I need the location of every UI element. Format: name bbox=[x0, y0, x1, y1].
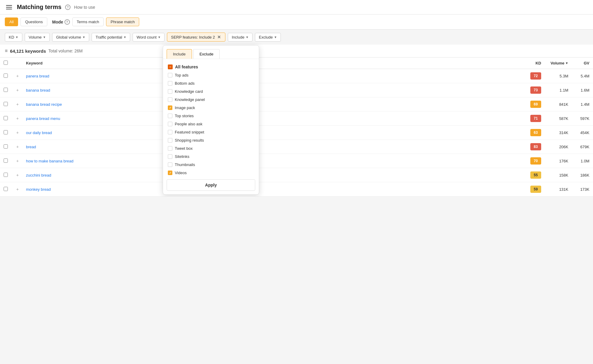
feature-checkbox[interactable] bbox=[168, 138, 172, 143]
row-checkbox[interactable] bbox=[4, 88, 8, 92]
feature-item[interactable]: Top ads bbox=[167, 71, 255, 79]
keyword-link[interactable]: our daily bread bbox=[26, 130, 52, 135]
gv-cell: 5.4M bbox=[572, 69, 593, 83]
mode-help-icon[interactable]: ? bbox=[64, 19, 70, 25]
volume-cell: 158K bbox=[545, 168, 572, 182]
kd-badge: 72 bbox=[530, 72, 541, 80]
kd-badge: 71 bbox=[530, 115, 541, 122]
questions-filter-button[interactable]: Questions bbox=[20, 17, 47, 26]
feature-checkbox[interactable] bbox=[168, 154, 172, 159]
kd-badge: 59 bbox=[530, 186, 541, 193]
sort-icon[interactable]: ≡ bbox=[5, 48, 8, 54]
add-keyword-icon[interactable]: + bbox=[16, 173, 19, 177]
include-filter-button[interactable]: Include ▼ bbox=[228, 33, 253, 42]
kd-filter-button[interactable]: KD ▼ bbox=[5, 33, 22, 42]
table-row: +how to make banana bread70176K1.0M bbox=[0, 154, 593, 168]
keyword-link[interactable]: zucchini bread bbox=[26, 173, 51, 177]
row-checkbox[interactable] bbox=[4, 187, 8, 191]
row-checkbox[interactable] bbox=[4, 144, 8, 149]
feature-item[interactable]: Bottom ads bbox=[167, 79, 255, 87]
all-features-row: − All features bbox=[167, 63, 255, 71]
volume-filter-button[interactable]: Volume ▼ bbox=[25, 33, 50, 42]
all-filter-button[interactable]: All bbox=[5, 17, 18, 26]
serp-dropdown: Include Exclude − All features Top adsBo… bbox=[163, 45, 259, 195]
serp-features-button[interactable]: SERP features: Include 2 ✕ bbox=[167, 33, 225, 42]
gv-cell: 1.4M bbox=[572, 97, 593, 111]
feature-checkbox[interactable] bbox=[168, 171, 172, 175]
keyword-link[interactable]: bread bbox=[26, 145, 36, 149]
th-keyword: Keyword bbox=[22, 58, 527, 69]
phrase-match-button[interactable]: Phrase match bbox=[106, 17, 139, 26]
kd-badge: 70 bbox=[530, 157, 541, 165]
add-keyword-icon[interactable]: + bbox=[16, 144, 19, 149]
feature-item[interactable]: Sitelinks bbox=[167, 152, 255, 161]
keyword-link[interactable]: banana bread recipe bbox=[26, 102, 62, 107]
word-count-filter-button[interactable]: Word count ▼ bbox=[133, 33, 165, 42]
feature-checkbox[interactable] bbox=[168, 81, 172, 86]
volume-cell: 1.1M bbox=[545, 83, 572, 97]
volume-arrow-icon: ▼ bbox=[43, 36, 46, 39]
row-checkbox[interactable] bbox=[4, 116, 8, 120]
feature-item[interactable]: Videos bbox=[167, 169, 255, 177]
feature-item[interactable]: Image pack bbox=[167, 104, 255, 112]
feature-item[interactable]: Tweet box bbox=[167, 144, 255, 152]
kd-badge: 63 bbox=[530, 129, 541, 136]
row-checkbox[interactable] bbox=[4, 173, 8, 177]
feature-checkbox[interactable] bbox=[168, 122, 172, 126]
row-checkbox[interactable] bbox=[4, 102, 8, 106]
how-to-use-link[interactable]: How to use bbox=[74, 5, 95, 10]
exclude-tab[interactable]: Exclude bbox=[193, 49, 220, 59]
feature-checkbox[interactable] bbox=[168, 146, 172, 151]
add-keyword-icon[interactable]: + bbox=[16, 74, 19, 78]
feature-item[interactable]: Top stories bbox=[167, 112, 255, 120]
features-list: Top adsBottom adsKnowledge cardKnowledge… bbox=[167, 71, 255, 177]
add-keyword-icon[interactable]: + bbox=[16, 158, 19, 163]
apply-button[interactable]: Apply bbox=[167, 179, 255, 191]
add-keyword-icon[interactable]: + bbox=[16, 116, 19, 121]
feature-checkbox[interactable] bbox=[168, 73, 172, 77]
row-checkbox[interactable] bbox=[4, 74, 8, 78]
traffic-potential-filter-button[interactable]: Traffic potential ▼ bbox=[92, 33, 130, 42]
feature-item[interactable]: Knowledge panel bbox=[167, 96, 255, 104]
mode-label: Mode ? bbox=[52, 19, 70, 25]
row-checkbox[interactable] bbox=[4, 158, 8, 163]
th-kd: KD bbox=[527, 58, 545, 69]
select-all-checkbox[interactable] bbox=[4, 61, 8, 65]
menu-icon[interactable] bbox=[5, 4, 13, 11]
add-keyword-icon[interactable]: + bbox=[16, 88, 19, 93]
keyword-link[interactable]: monkey bread bbox=[26, 187, 51, 192]
gv-cell: 1.6M bbox=[572, 83, 593, 97]
feature-checkbox[interactable] bbox=[168, 130, 172, 134]
feature-item[interactable]: People also ask bbox=[167, 120, 255, 128]
table-row: +monkey bread59131K173K bbox=[0, 182, 593, 196]
add-keyword-icon[interactable]: + bbox=[16, 130, 19, 135]
feature-item[interactable]: Shopping results bbox=[167, 136, 255, 144]
keyword-link[interactable]: banana bread bbox=[26, 88, 50, 93]
row-checkbox[interactable] bbox=[4, 130, 8, 134]
feature-checkbox[interactable] bbox=[168, 89, 172, 94]
filter-bar: All Questions Mode ? Terms match Phrase … bbox=[0, 14, 593, 30]
feature-item[interactable]: Featured snippet bbox=[167, 128, 255, 136]
serp-features-close-icon[interactable]: ✕ bbox=[217, 35, 221, 39]
dropdown-content: − All features Top adsBottom adsKnowledg… bbox=[163, 59, 259, 194]
exclude-filter-button[interactable]: Exclude ▼ bbox=[255, 33, 281, 42]
table-row: +panera bread725.3M5.4M bbox=[0, 69, 593, 83]
word-count-arrow-icon: ▼ bbox=[158, 36, 161, 39]
volume-cell: 131K bbox=[545, 182, 572, 196]
feature-item[interactable]: Thumbnails bbox=[167, 161, 255, 169]
help-icon[interactable]: ? bbox=[65, 5, 71, 10]
table-row: +banana bread recipe69841K1.4M bbox=[0, 97, 593, 111]
feature-item[interactable]: Knowledge card bbox=[167, 87, 255, 96]
keyword-link[interactable]: how to make banana bread bbox=[26, 159, 74, 163]
feature-checkbox[interactable] bbox=[168, 114, 172, 118]
feature-checkbox[interactable] bbox=[168, 105, 172, 110]
global-volume-filter-button[interactable]: Global volume ▼ bbox=[52, 33, 89, 42]
terms-match-button[interactable]: Terms match bbox=[72, 17, 104, 26]
keyword-link[interactable]: panera bread menu bbox=[26, 116, 60, 121]
add-keyword-icon[interactable]: + bbox=[16, 187, 19, 192]
keyword-link[interactable]: panera bread bbox=[26, 74, 49, 78]
feature-checkbox[interactable] bbox=[168, 162, 172, 167]
add-keyword-icon[interactable]: + bbox=[16, 102, 19, 107]
include-tab[interactable]: Include bbox=[167, 49, 192, 59]
feature-checkbox[interactable] bbox=[168, 97, 172, 102]
